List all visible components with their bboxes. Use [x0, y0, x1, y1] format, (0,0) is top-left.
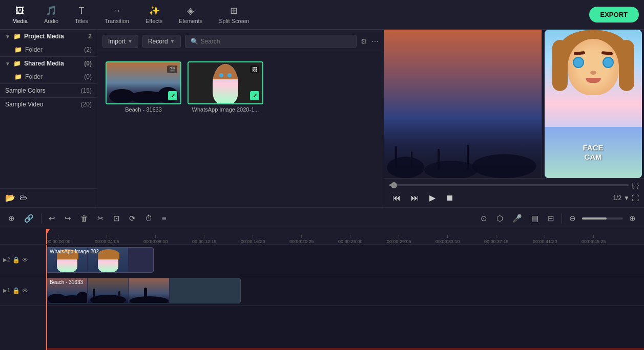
progress-track[interactable] — [389, 184, 629, 186]
preview-panel: FACECAM { } ⏮ ⏭ ▶ ⏹ — [384, 30, 644, 207]
track-row-2: WhatsApp Image 202... — [46, 245, 644, 275]
fullscreen-button[interactable]: ⛶ — [632, 194, 639, 202]
zoom-out-button[interactable]: ⊖ — [566, 212, 579, 225]
adjust-button[interactable]: ≡ — [159, 212, 170, 225]
arrow-icon-2: ▼ — [5, 61, 10, 67]
toolbar-elements[interactable]: ◈ Elements — [172, 3, 210, 26]
media-item-whatsapp[interactable]: 🖼 ✓ WhatsApp Image 2020-1... — [188, 61, 263, 199]
splitscreen-icon: ⊞ — [230, 5, 238, 16]
beach-clip[interactable]: Beach - 31633 — [46, 278, 241, 303]
beach-thumb-2 — [88, 278, 129, 303]
play-button[interactable]: ▶ — [426, 192, 439, 204]
toolbar-audio[interactable]: 🎵 Audio — [37, 3, 66, 26]
track-1-lock-icon[interactable]: 🔒 — [12, 287, 20, 294]
media-label: Media — [12, 18, 28, 24]
sidebar-item-folder-1[interactable]: 📁 Folder (2) — [0, 43, 97, 56]
motion-button[interactable]: ⊙ — [477, 212, 490, 225]
sidebar-item-shared-media[interactable]: ▼ 📁 Shared Media (0) — [0, 57, 97, 70]
folder-1-label: Folder — [25, 46, 43, 53]
folder-2-label: Folder — [25, 73, 43, 80]
beach-thumb-3 — [129, 278, 170, 303]
preview-background — [384, 30, 542, 178]
toolbar-titles[interactable]: T Titles — [68, 4, 95, 26]
zoom-slider[interactable] — [582, 217, 623, 220]
crop-button[interactable]: ⊡ — [110, 212, 123, 225]
ruler-tick-5: 00:00:20:25 — [289, 235, 314, 244]
transition-icon: ↔ — [112, 6, 121, 16]
track-1-eye-icon[interactable]: 👁 — [22, 287, 28, 294]
rotate-button[interactable]: ⟳ — [126, 212, 139, 225]
toolbar-transition[interactable]: ↔ Transition — [97, 4, 136, 26]
import-arrow-icon: ▼ — [128, 38, 133, 44]
undo-button[interactable]: ↩ — [46, 212, 58, 225]
folder-link-icon[interactable]: 🗁 — [19, 193, 28, 203]
sidebar-item-sample-video[interactable]: Sample Video (20) — [0, 98, 97, 111]
ruler-tick-1: 00:00:04:05 — [95, 235, 119, 244]
svg-point-4 — [424, 161, 477, 178]
mask-button[interactable]: ⬡ — [493, 212, 506, 225]
page-indicator: 1/2 ▼ ⛶ — [613, 194, 639, 202]
playback-bar: { } ⏮ ⏭ ▶ ⏹ 1/2 ▼ ⛶ — [384, 178, 644, 207]
sidebar-bottom-buttons: 📂 🗁 — [0, 188, 97, 207]
progress-thumb[interactable] — [391, 182, 397, 188]
timeline-ruler: 00:00:00:00 00:00:04:05 00:00:08:10 00:0… — [46, 229, 644, 245]
toolbar-effects[interactable]: ✨ Effects — [138, 3, 170, 26]
toolbar-media[interactable]: 🖼 Media — [5, 4, 35, 26]
media-item-beach[interactable]: 🎬 ✓ Beach - 31633 — [106, 61, 181, 199]
whatsapp-label: WhatsApp Image 2020-1... — [188, 106, 263, 113]
delete-button[interactable]: 🗑 — [77, 212, 91, 225]
bracket-open-icon: { — [632, 182, 634, 189]
page-dropdown-icon[interactable]: ▼ — [624, 194, 630, 202]
ruler-tick-0: 00:00:00:00 — [46, 235, 71, 244]
transition-label: Transition — [105, 18, 129, 24]
search-icon: 🔍 — [191, 38, 198, 45]
playhead-triangle — [46, 229, 50, 234]
grid-view-icon[interactable]: ⋯ — [371, 37, 379, 46]
media-icon: 🖼 — [15, 6, 25, 16]
split-button[interactable]: ⊟ — [545, 212, 557, 225]
svg-rect-8 — [438, 149, 440, 170]
whatsapp-clip[interactable]: WhatsApp Image 202... — [46, 247, 154, 273]
project-media-label: Project Media — [24, 33, 64, 40]
timeline-playhead-track — [46, 245, 47, 350]
toolbar-splitscreen[interactable]: ⊞ Split Screen — [212, 3, 256, 26]
import-button[interactable]: Import ▼ — [102, 35, 138, 48]
search-box[interactable]: 🔍 — [185, 35, 357, 48]
prev-frame-button[interactable]: ⏮ — [389, 192, 404, 204]
track-1-num: ▶1 — [3, 288, 10, 293]
record-button[interactable]: Record ▼ — [142, 35, 181, 48]
step-back-button[interactable]: ⏭ — [408, 192, 422, 204]
svg-rect-9 — [467, 145, 469, 170]
svg-rect-16 — [93, 289, 95, 303]
search-input[interactable] — [201, 38, 351, 45]
track-2-eye-icon[interactable]: 👁 — [22, 256, 28, 264]
record-arrow-icon: ▼ — [170, 38, 175, 44]
svg-rect-6 — [395, 146, 397, 168]
ruler-tick-8: 00:00:33:10 — [435, 235, 460, 244]
sidebar-item-folder-2[interactable]: 📁 Folder (0) — [0, 70, 97, 83]
new-folder-icon[interactable]: 📂 — [5, 193, 15, 203]
cut-button[interactable]: ✂ — [94, 212, 107, 225]
progress-row: { } — [389, 182, 639, 189]
svg-point-3 — [387, 157, 424, 178]
redo-button[interactable]: ↪ — [61, 212, 74, 225]
svg-point-5 — [472, 154, 536, 178]
export-button[interactable]: EXPORT — [589, 7, 639, 23]
timeline-ruler-spacer — [0, 229, 46, 245]
filter-icon[interactable]: ⚙ — [361, 37, 367, 46]
top-toolbar: 🖼 Media 🎵 Audio T Titles ↔ Transition ✨ … — [0, 0, 644, 30]
sidebar-item-sample-colors[interactable]: Sample Colors (15) — [0, 84, 97, 97]
sidebar-item-project-media[interactable]: ▼ 📁 Project Media 2 — [0, 30, 97, 43]
captions-button[interactable]: ▤ — [528, 212, 542, 225]
freeze-button[interactable]: ⏱ — [142, 212, 156, 225]
beach-label: Beach - 31633 — [106, 106, 181, 113]
zoom-in-button[interactable]: ⊕ — [626, 212, 639, 225]
zoom-fill — [582, 217, 607, 220]
stop-button[interactable]: ⏹ — [443, 192, 457, 204]
timeline-playhead-ruler — [46, 229, 47, 244]
add-track-button[interactable]: ⊕ — [5, 212, 18, 225]
track-2-label: ▶2 🔒 👁 — [0, 245, 46, 275]
track-2-lock-icon[interactable]: 🔒 — [12, 256, 20, 264]
voice-button[interactable]: 🎤 — [509, 212, 525, 225]
link-button[interactable]: 🔗 — [21, 212, 37, 225]
